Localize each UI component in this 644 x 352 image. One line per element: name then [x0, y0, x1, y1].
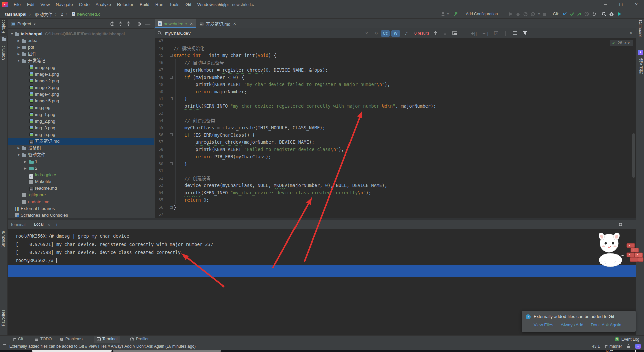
code-line-48[interactable]: 48− if (majorNumber < 0) {	[155, 74, 636, 81]
tree-item-img_3.png[interactable]: img_3.png	[8, 125, 154, 131]
toolwindow-todo[interactable]: TODO	[32, 336, 54, 343]
code-line-63[interactable]: 63 device_create(myCharClass, NULL, MKDE…	[155, 182, 636, 189]
code-line-45[interactable]: 45−static int __init my_char_init(void) …	[155, 52, 636, 59]
menu-file[interactable]: File	[11, 0, 24, 9]
status-message[interactable]: Externally added files can be added to G…	[9, 343, 196, 350]
add-selection-icon[interactable]: +▯	[471, 30, 477, 37]
code-line-50[interactable]: 50 return majorNumber;	[155, 88, 636, 96]
match-case-toggle[interactable]: Cc	[381, 30, 390, 37]
code-line-51[interactable]: 51^ }	[155, 95, 636, 103]
tree-item-开发笔记[interactable]: ▼开发笔记	[8, 57, 154, 64]
search-clear-icon[interactable]: ✕	[365, 28, 368, 38]
tree-item-.gitignore[interactable]: .gitignore	[8, 192, 154, 199]
code-line-44[interactable]: 44// 模块初始化	[155, 45, 636, 52]
caret-position[interactable]: 43:1	[592, 344, 600, 349]
tab-close-icon[interactable]: ✕	[233, 21, 236, 26]
tree-chevron-icon[interactable]: ▶	[23, 165, 28, 172]
toolwindow-git[interactable]: Git	[10, 336, 26, 343]
code-line-61[interactable]: 61	[155, 168, 636, 175]
tree-chevron-icon[interactable]: ▼	[17, 57, 21, 64]
tree-item-leds-gpio.c[interactable]: cleds-gpio.c	[8, 172, 154, 178]
prev-occurrence-icon[interactable]	[434, 30, 438, 36]
profile-icon[interactable]	[522, 11, 529, 17]
tree-item-驱动文件[interactable]: ▼驱动文件	[8, 151, 154, 158]
tree-item-taishanpai[interactable]: ▼taishanpaiC:\Users\QINGJUE\Desktop\git\…	[8, 31, 154, 37]
git-notification-balloon[interactable]: i Externally added files can be added to…	[522, 311, 636, 332]
tree-item-Makefile[interactable]: Makefile	[8, 178, 154, 185]
rollback-icon[interactable]	[590, 11, 598, 17]
tree-item-开发笔记.md[interactable]: MD开发笔记.md	[8, 138, 154, 145]
tree-item-image-3.png[interactable]: image-3.png	[8, 84, 154, 91]
tree-chevron-icon[interactable]: ▶	[17, 145, 21, 151]
tree-item-pdf[interactable]: ▶pdf	[8, 44, 154, 51]
editor-tab-newchrled.c[interactable]: cnewchrled.c✕	[155, 19, 196, 28]
code-line-60[interactable]: 60^ }	[155, 161, 636, 168]
tree-item-image-1.png[interactable]: image-1.png	[8, 71, 154, 78]
tree-chevron-icon[interactable]: ▶	[23, 158, 28, 165]
tree-item-img_2.png[interactable]: img_2.png	[8, 118, 154, 125]
run-options-dropdown-icon[interactable]: ▼	[538, 13, 540, 16]
tree-item-img_5.png[interactable]: img_5.png	[8, 131, 154, 138]
minimize-button[interactable]: ─	[598, 0, 613, 9]
fold-marker-icon[interactable]: −	[170, 133, 173, 136]
breadcrumb-item[interactable]: 驱动文件	[35, 11, 52, 17]
close-button[interactable]: ✕	[629, 0, 644, 9]
user-dropdown-icon[interactable]: ▼	[447, 13, 449, 16]
tree-item-Scratches and Consoles[interactable]: Scratches and Consoles	[8, 212, 154, 218]
code-line-62[interactable]: 62 // 创建设备	[155, 175, 636, 182]
hide-panel-icon[interactable]: —	[144, 20, 152, 27]
code-line-58[interactable]: 58 printk(KERN_ALERT "Failed to register…	[155, 146, 636, 153]
menu-view[interactable]: View	[37, 0, 53, 9]
fold-marker-icon[interactable]: ^	[170, 206, 173, 209]
menu-run[interactable]: Run	[152, 0, 166, 9]
menu-navigate[interactable]: Navigate	[53, 0, 76, 9]
build-hammer-icon[interactable]	[452, 11, 460, 17]
git-commit-icon[interactable]	[568, 11, 576, 17]
menu-analyze[interactable]: Analyze	[93, 0, 114, 9]
editor-tab-开发笔记.md[interactable]: MD开发笔记.md✕	[196, 19, 240, 28]
tree-chevron-icon[interactable]: ▼	[10, 31, 14, 37]
git-push-icon[interactable]	[576, 11, 583, 17]
stripe-tab-structure[interactable]: Structure	[1, 231, 6, 248]
tree-item-1[interactable]: ▶1	[8, 158, 154, 165]
settings-gear-icon[interactable]	[608, 11, 615, 17]
hide-terminal-icon[interactable]: —	[627, 223, 631, 227]
stripe-tab-project[interactable]: Project	[1, 20, 6, 33]
tree-chevron-icon[interactable]: ▶	[17, 51, 21, 57]
select-all-occurrences-icon[interactable]	[452, 30, 457, 36]
user-icon[interactable]	[439, 11, 447, 17]
search-history-icon[interactable]: ⟲	[374, 28, 378, 38]
code-line-54[interactable]: 54 // 创建设备类	[155, 117, 636, 125]
tree-item-External Libraries[interactable]: External Libraries	[8, 205, 154, 212]
tree-chevron-icon[interactable]: ▶	[17, 37, 21, 44]
tree-item-2[interactable]: ▶2	[8, 165, 154, 172]
tree-item-img.png[interactable]: img.png	[8, 104, 154, 111]
menu-git[interactable]: Git	[182, 0, 194, 9]
maximize-button[interactable]: ▢	[613, 0, 629, 9]
tab-close-icon[interactable]: ✕	[190, 21, 193, 26]
code-line-49[interactable]: 49 printk(KERN_ALERT "my_char_device fai…	[155, 81, 636, 88]
breadcrumb-item[interactable]: 2	[61, 12, 63, 17]
tree-item-.idea[interactable]: ▶.idea	[8, 37, 154, 44]
breadcrumb-file[interactable]: newchrled.c	[77, 12, 100, 17]
check-selection-icon[interactable]: ☑	[494, 30, 498, 37]
fold-marker-icon[interactable]: −	[170, 54, 173, 57]
tongyi-lingma-icon[interactable]: ✦	[638, 50, 643, 55]
regex-toggle[interactable]: .*	[402, 30, 411, 37]
stripe-tab-commit[interactable]: Commit	[1, 46, 6, 60]
tree-item-img_1.png[interactable]: img_1.png	[8, 111, 154, 118]
code-line-53[interactable]: 53	[155, 110, 636, 117]
code-line-47[interactable]: 47 majorNumber = register_chrdev(0, DEVI…	[155, 67, 636, 74]
tongyi-status-icon[interactable]: ✦	[635, 344, 641, 349]
panel-settings-gear-icon[interactable]	[136, 20, 144, 27]
tree-item-固件[interactable]: ▶固件	[8, 51, 154, 57]
code-viewport[interactable]: ✔ 26 ∧∨ 4344// 模块初始化45−static int __init…	[155, 38, 636, 218]
tree-item-image-2.png[interactable]: image-2.png	[8, 78, 154, 84]
collapse-all-icon[interactable]	[124, 20, 132, 27]
toolwindow-problems[interactable]: !Problems	[57, 336, 85, 343]
code-line-55[interactable]: 55 myCharClass = class_create(THIS_MODUL…	[155, 124, 636, 132]
locate-file-icon[interactable]	[108, 20, 116, 27]
git-update-icon[interactable]	[561, 11, 568, 17]
search-icon[interactable]	[157, 31, 163, 37]
terminal-settings-gear-icon[interactable]	[618, 222, 623, 228]
